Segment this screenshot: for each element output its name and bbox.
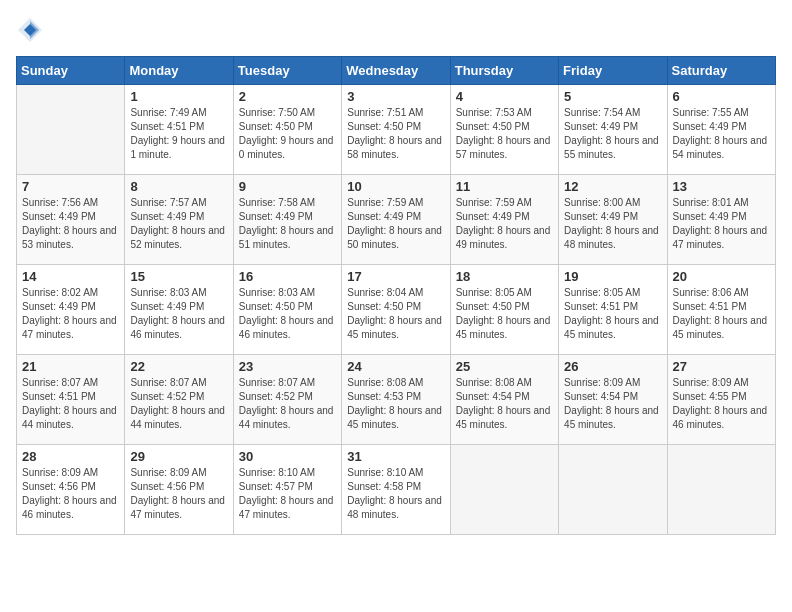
day-number: 1 <box>130 89 227 104</box>
column-header-friday: Friday <box>559 57 667 85</box>
day-cell <box>559 445 667 535</box>
day-info: Sunrise: 8:07 AMSunset: 4:51 PMDaylight:… <box>22 376 119 432</box>
column-header-thursday: Thursday <box>450 57 558 85</box>
day-number: 4 <box>456 89 553 104</box>
calendar-table: SundayMondayTuesdayWednesdayThursdayFrid… <box>16 56 776 535</box>
day-number: 9 <box>239 179 336 194</box>
week-row-5: 28 Sunrise: 8:09 AMSunset: 4:56 PMDaylig… <box>17 445 776 535</box>
day-cell: 26 Sunrise: 8:09 AMSunset: 4:54 PMDaylig… <box>559 355 667 445</box>
column-header-tuesday: Tuesday <box>233 57 341 85</box>
day-info: Sunrise: 8:07 AMSunset: 4:52 PMDaylight:… <box>130 376 227 432</box>
week-row-3: 14 Sunrise: 8:02 AMSunset: 4:49 PMDaylig… <box>17 265 776 355</box>
day-info: Sunrise: 8:06 AMSunset: 4:51 PMDaylight:… <box>673 286 770 342</box>
day-info: Sunrise: 7:55 AMSunset: 4:49 PMDaylight:… <box>673 106 770 162</box>
logo-icon <box>16 16 44 44</box>
day-info: Sunrise: 8:03 AMSunset: 4:50 PMDaylight:… <box>239 286 336 342</box>
day-number: 27 <box>673 359 770 374</box>
column-header-saturday: Saturday <box>667 57 775 85</box>
day-info: Sunrise: 7:58 AMSunset: 4:49 PMDaylight:… <box>239 196 336 252</box>
day-cell: 31 Sunrise: 8:10 AMSunset: 4:58 PMDaylig… <box>342 445 450 535</box>
day-cell: 17 Sunrise: 8:04 AMSunset: 4:50 PMDaylig… <box>342 265 450 355</box>
day-cell: 25 Sunrise: 8:08 AMSunset: 4:54 PMDaylig… <box>450 355 558 445</box>
day-info: Sunrise: 8:08 AMSunset: 4:54 PMDaylight:… <box>456 376 553 432</box>
week-row-1: 1 Sunrise: 7:49 AMSunset: 4:51 PMDayligh… <box>17 85 776 175</box>
day-number: 11 <box>456 179 553 194</box>
day-info: Sunrise: 7:56 AMSunset: 4:49 PMDaylight:… <box>22 196 119 252</box>
day-cell: 27 Sunrise: 8:09 AMSunset: 4:55 PMDaylig… <box>667 355 775 445</box>
day-number: 6 <box>673 89 770 104</box>
week-row-2: 7 Sunrise: 7:56 AMSunset: 4:49 PMDayligh… <box>17 175 776 265</box>
day-number: 18 <box>456 269 553 284</box>
day-info: Sunrise: 7:53 AMSunset: 4:50 PMDaylight:… <box>456 106 553 162</box>
day-cell: 9 Sunrise: 7:58 AMSunset: 4:49 PMDayligh… <box>233 175 341 265</box>
day-number: 17 <box>347 269 444 284</box>
day-cell: 24 Sunrise: 8:08 AMSunset: 4:53 PMDaylig… <box>342 355 450 445</box>
day-info: Sunrise: 7:49 AMSunset: 4:51 PMDaylight:… <box>130 106 227 162</box>
day-number: 13 <box>673 179 770 194</box>
day-cell: 5 Sunrise: 7:54 AMSunset: 4:49 PMDayligh… <box>559 85 667 175</box>
day-cell: 2 Sunrise: 7:50 AMSunset: 4:50 PMDayligh… <box>233 85 341 175</box>
day-info: Sunrise: 7:57 AMSunset: 4:49 PMDaylight:… <box>130 196 227 252</box>
day-info: Sunrise: 8:05 AMSunset: 4:51 PMDaylight:… <box>564 286 661 342</box>
day-number: 24 <box>347 359 444 374</box>
day-number: 31 <box>347 449 444 464</box>
day-info: Sunrise: 7:50 AMSunset: 4:50 PMDaylight:… <box>239 106 336 162</box>
day-info: Sunrise: 8:03 AMSunset: 4:49 PMDaylight:… <box>130 286 227 342</box>
day-number: 26 <box>564 359 661 374</box>
page-header <box>16 16 776 44</box>
day-cell: 30 Sunrise: 8:10 AMSunset: 4:57 PMDaylig… <box>233 445 341 535</box>
day-cell: 28 Sunrise: 8:09 AMSunset: 4:56 PMDaylig… <box>17 445 125 535</box>
day-number: 3 <box>347 89 444 104</box>
day-number: 10 <box>347 179 444 194</box>
day-number: 5 <box>564 89 661 104</box>
column-header-sunday: Sunday <box>17 57 125 85</box>
day-number: 2 <box>239 89 336 104</box>
day-number: 15 <box>130 269 227 284</box>
day-cell: 8 Sunrise: 7:57 AMSunset: 4:49 PMDayligh… <box>125 175 233 265</box>
day-number: 21 <box>22 359 119 374</box>
day-cell: 15 Sunrise: 8:03 AMSunset: 4:49 PMDaylig… <box>125 265 233 355</box>
day-cell: 18 Sunrise: 8:05 AMSunset: 4:50 PMDaylig… <box>450 265 558 355</box>
day-number: 12 <box>564 179 661 194</box>
day-cell: 11 Sunrise: 7:59 AMSunset: 4:49 PMDaylig… <box>450 175 558 265</box>
day-number: 25 <box>456 359 553 374</box>
day-info: Sunrise: 8:09 AMSunset: 4:56 PMDaylight:… <box>130 466 227 522</box>
day-cell: 10 Sunrise: 7:59 AMSunset: 4:49 PMDaylig… <box>342 175 450 265</box>
day-cell: 12 Sunrise: 8:00 AMSunset: 4:49 PMDaylig… <box>559 175 667 265</box>
day-cell: 22 Sunrise: 8:07 AMSunset: 4:52 PMDaylig… <box>125 355 233 445</box>
day-info: Sunrise: 8:09 AMSunset: 4:56 PMDaylight:… <box>22 466 119 522</box>
day-cell: 20 Sunrise: 8:06 AMSunset: 4:51 PMDaylig… <box>667 265 775 355</box>
day-info: Sunrise: 8:08 AMSunset: 4:53 PMDaylight:… <box>347 376 444 432</box>
column-header-wednesday: Wednesday <box>342 57 450 85</box>
day-info: Sunrise: 8:00 AMSunset: 4:49 PMDaylight:… <box>564 196 661 252</box>
day-cell: 4 Sunrise: 7:53 AMSunset: 4:50 PMDayligh… <box>450 85 558 175</box>
calendar-header-row: SundayMondayTuesdayWednesdayThursdayFrid… <box>17 57 776 85</box>
day-cell: 19 Sunrise: 8:05 AMSunset: 4:51 PMDaylig… <box>559 265 667 355</box>
day-number: 20 <box>673 269 770 284</box>
day-cell: 6 Sunrise: 7:55 AMSunset: 4:49 PMDayligh… <box>667 85 775 175</box>
day-info: Sunrise: 8:02 AMSunset: 4:49 PMDaylight:… <box>22 286 119 342</box>
day-info: Sunrise: 8:07 AMSunset: 4:52 PMDaylight:… <box>239 376 336 432</box>
day-cell: 13 Sunrise: 8:01 AMSunset: 4:49 PMDaylig… <box>667 175 775 265</box>
logo <box>16 16 48 44</box>
day-number: 14 <box>22 269 119 284</box>
column-header-monday: Monday <box>125 57 233 85</box>
day-cell: 3 Sunrise: 7:51 AMSunset: 4:50 PMDayligh… <box>342 85 450 175</box>
day-info: Sunrise: 8:09 AMSunset: 4:55 PMDaylight:… <box>673 376 770 432</box>
day-info: Sunrise: 8:04 AMSunset: 4:50 PMDaylight:… <box>347 286 444 342</box>
day-info: Sunrise: 7:59 AMSunset: 4:49 PMDaylight:… <box>456 196 553 252</box>
day-cell: 14 Sunrise: 8:02 AMSunset: 4:49 PMDaylig… <box>17 265 125 355</box>
day-cell: 16 Sunrise: 8:03 AMSunset: 4:50 PMDaylig… <box>233 265 341 355</box>
day-number: 23 <box>239 359 336 374</box>
day-cell: 23 Sunrise: 8:07 AMSunset: 4:52 PMDaylig… <box>233 355 341 445</box>
day-number: 8 <box>130 179 227 194</box>
day-number: 29 <box>130 449 227 464</box>
day-number: 7 <box>22 179 119 194</box>
day-info: Sunrise: 7:54 AMSunset: 4:49 PMDaylight:… <box>564 106 661 162</box>
day-number: 28 <box>22 449 119 464</box>
day-info: Sunrise: 8:10 AMSunset: 4:57 PMDaylight:… <box>239 466 336 522</box>
day-cell <box>450 445 558 535</box>
day-number: 19 <box>564 269 661 284</box>
day-info: Sunrise: 7:59 AMSunset: 4:49 PMDaylight:… <box>347 196 444 252</box>
day-cell: 1 Sunrise: 7:49 AMSunset: 4:51 PMDayligh… <box>125 85 233 175</box>
